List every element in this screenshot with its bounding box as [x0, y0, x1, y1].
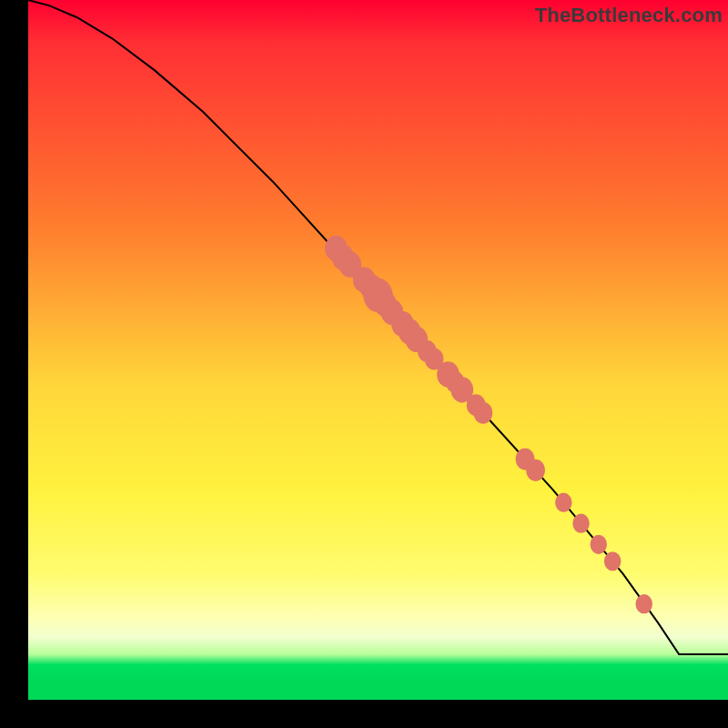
data-marker — [591, 535, 607, 554]
plot-area: TheBottleneck.com — [28, 0, 728, 700]
curve-line — [28, 0, 728, 654]
chart-svg — [28, 0, 728, 700]
data-marker — [555, 493, 571, 512]
data-marker — [635, 594, 652, 613]
data-marker — [604, 551, 621, 571]
chart-frame: TheBottleneck.com — [0, 0, 728, 728]
markers-group — [325, 236, 652, 613]
data-marker — [526, 460, 545, 481]
data-marker — [572, 514, 589, 533]
data-marker — [473, 402, 492, 424]
